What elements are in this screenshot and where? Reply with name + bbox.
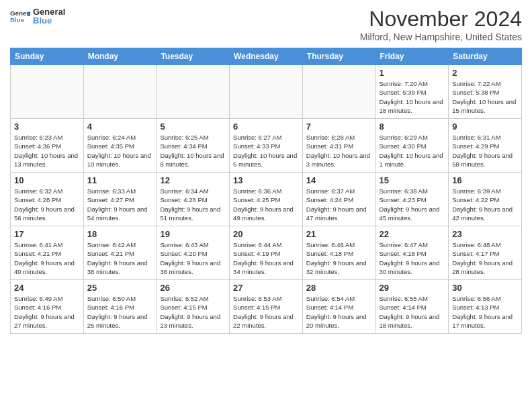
day-number: 22: [380, 229, 445, 239]
day-number: 15: [380, 175, 445, 185]
day-info: Sunrise: 6:54 AM Sunset: 4:14 PM Dayligh…: [306, 294, 372, 330]
day-info: Sunrise: 6:23 AM Sunset: 4:36 PM Dayligh…: [14, 133, 80, 169]
day-number: 23: [452, 229, 518, 239]
calendar-cell: [11, 65, 84, 119]
day-number: 19: [160, 229, 226, 239]
day-number: 21: [306, 229, 372, 239]
day-number: 24: [14, 283, 80, 293]
month-title: November 2024: [360, 7, 522, 32]
calendar-week-1: 3Sunrise: 6:23 AM Sunset: 4:36 PM Daylig…: [11, 119, 522, 173]
day-info: Sunrise: 6:52 AM Sunset: 4:15 PM Dayligh…: [160, 294, 226, 330]
day-number: 29: [380, 283, 445, 293]
calendar-cell: 29Sunrise: 6:55 AM Sunset: 4:14 PM Dayli…: [375, 280, 449, 334]
column-header-sunday: Sunday: [11, 48, 84, 65]
day-info: Sunrise: 6:53 AM Sunset: 4:15 PM Dayligh…: [233, 294, 299, 330]
calendar-cell: 11Sunrise: 6:33 AM Sunset: 4:27 PM Dayli…: [83, 173, 157, 226]
day-info: Sunrise: 6:56 AM Sunset: 4:13 PM Dayligh…: [452, 294, 518, 330]
calendar-cell: 4Sunrise: 6:24 AM Sunset: 4:35 PM Daylig…: [83, 119, 157, 173]
day-info: Sunrise: 6:50 AM Sunset: 4:16 PM Dayligh…: [87, 294, 153, 330]
title-block: November 2024 Milford, New Hampshire, Un…: [360, 7, 522, 42]
day-info: Sunrise: 6:33 AM Sunset: 4:27 PM Dayligh…: [87, 187, 153, 222]
column-header-tuesday: Tuesday: [157, 48, 230, 65]
calendar-cell: 7Sunrise: 6:28 AM Sunset: 4:31 PM Daylig…: [302, 119, 375, 173]
calendar-cell: [302, 65, 375, 119]
day-number: 13: [233, 175, 299, 185]
day-info: Sunrise: 6:32 AM Sunset: 4:28 PM Dayligh…: [14, 187, 80, 222]
day-number: 8: [380, 122, 445, 132]
day-info: Sunrise: 6:49 AM Sunset: 4:16 PM Dayligh…: [14, 294, 80, 330]
column-header-monday: Monday: [83, 48, 157, 65]
day-number: 4: [87, 122, 153, 132]
day-info: Sunrise: 7:20 AM Sunset: 5:39 PM Dayligh…: [380, 79, 445, 115]
calendar-week-2: 10Sunrise: 6:32 AM Sunset: 4:28 PM Dayli…: [11, 173, 522, 226]
calendar-cell: 22Sunrise: 6:47 AM Sunset: 4:18 PM Dayli…: [375, 226, 449, 280]
day-info: Sunrise: 6:44 AM Sunset: 4:19 PM Dayligh…: [233, 240, 299, 276]
calendar-cell: 13Sunrise: 6:36 AM Sunset: 4:25 PM Dayli…: [230, 173, 303, 226]
column-header-saturday: Saturday: [449, 48, 522, 65]
calendar-cell: 2Sunrise: 7:22 AM Sunset: 5:38 PM Daylig…: [449, 65, 522, 119]
day-info: Sunrise: 6:36 AM Sunset: 4:25 PM Dayligh…: [233, 187, 299, 222]
day-number: 27: [233, 283, 299, 293]
day-number: 9: [452, 122, 518, 132]
day-info: Sunrise: 6:46 AM Sunset: 4:18 PM Dayligh…: [306, 240, 372, 276]
logo-icon: General Blue: [10, 8, 30, 24]
column-header-wednesday: Wednesday: [230, 48, 303, 65]
page-header: General Blue General Blue November 2024 …: [10, 7, 522, 42]
calendar-cell: 27Sunrise: 6:53 AM Sunset: 4:15 PM Dayli…: [230, 280, 303, 334]
calendar-cell: 15Sunrise: 6:38 AM Sunset: 4:23 PM Dayli…: [375, 173, 449, 226]
day-number: 25: [87, 283, 153, 293]
day-number: 28: [306, 283, 372, 293]
day-info: Sunrise: 6:38 AM Sunset: 4:23 PM Dayligh…: [380, 187, 445, 222]
calendar-cell: 23Sunrise: 6:48 AM Sunset: 4:17 PM Dayli…: [449, 226, 522, 280]
logo-blue-text: Blue: [33, 15, 65, 26]
day-number: 14: [306, 175, 372, 185]
day-number: 30: [452, 283, 518, 293]
day-number: 12: [160, 175, 226, 185]
day-number: 16: [452, 175, 518, 185]
calendar-cell: 5Sunrise: 6:25 AM Sunset: 4:34 PM Daylig…: [157, 119, 230, 173]
calendar-week-3: 17Sunrise: 6:41 AM Sunset: 4:21 PM Dayli…: [11, 226, 522, 280]
calendar-cell: 16Sunrise: 6:39 AM Sunset: 4:22 PM Dayli…: [449, 173, 522, 226]
calendar-week-0: 1Sunrise: 7:20 AM Sunset: 5:39 PM Daylig…: [11, 65, 522, 119]
calendar-cell: 20Sunrise: 6:44 AM Sunset: 4:19 PM Dayli…: [230, 226, 303, 280]
day-info: Sunrise: 6:48 AM Sunset: 4:17 PM Dayligh…: [452, 240, 518, 276]
calendar-table: SundayMondayTuesdayWednesdayThursdayFrid…: [10, 48, 522, 334]
day-info: Sunrise: 6:55 AM Sunset: 4:14 PM Dayligh…: [380, 294, 445, 330]
calendar-cell: 18Sunrise: 6:42 AM Sunset: 4:21 PM Dayli…: [83, 226, 157, 280]
calendar-header-row: SundayMondayTuesdayWednesdayThursdayFrid…: [11, 48, 522, 65]
day-number: 7: [306, 122, 372, 132]
calendar-cell: 1Sunrise: 7:20 AM Sunset: 5:39 PM Daylig…: [375, 65, 449, 119]
calendar-cell: 19Sunrise: 6:43 AM Sunset: 4:20 PM Dayli…: [157, 226, 230, 280]
calendar-cell: [157, 65, 230, 119]
day-info: Sunrise: 6:34 AM Sunset: 4:26 PM Dayligh…: [160, 187, 226, 222]
day-info: Sunrise: 6:24 AM Sunset: 4:35 PM Dayligh…: [87, 133, 153, 169]
calendar-cell: 8Sunrise: 6:29 AM Sunset: 4:30 PM Daylig…: [375, 119, 449, 173]
day-info: Sunrise: 6:41 AM Sunset: 4:21 PM Dayligh…: [14, 240, 80, 276]
calendar-cell: 26Sunrise: 6:52 AM Sunset: 4:15 PM Dayli…: [157, 280, 230, 334]
location-text: Milford, New Hampshire, United States: [360, 32, 522, 42]
day-number: 20: [233, 229, 299, 239]
calendar-cell: 6Sunrise: 6:27 AM Sunset: 4:33 PM Daylig…: [230, 119, 303, 173]
column-header-thursday: Thursday: [302, 48, 375, 65]
day-number: 2: [452, 68, 518, 78]
calendar-cell: 17Sunrise: 6:41 AM Sunset: 4:21 PM Dayli…: [11, 226, 84, 280]
day-number: 26: [160, 283, 226, 293]
calendar-cell: 25Sunrise: 6:50 AM Sunset: 4:16 PM Dayli…: [83, 280, 157, 334]
day-number: 1: [380, 68, 445, 78]
column-header-friday: Friday: [375, 48, 449, 65]
calendar-cell: [230, 65, 303, 119]
day-info: Sunrise: 6:28 AM Sunset: 4:31 PM Dayligh…: [306, 133, 372, 169]
day-info: Sunrise: 7:22 AM Sunset: 5:38 PM Dayligh…: [452, 79, 518, 115]
day-info: Sunrise: 6:29 AM Sunset: 4:30 PM Dayligh…: [380, 133, 445, 169]
day-info: Sunrise: 6:27 AM Sunset: 4:33 PM Dayligh…: [233, 133, 299, 169]
calendar-cell: 14Sunrise: 6:37 AM Sunset: 4:24 PM Dayli…: [302, 173, 375, 226]
day-number: 3: [14, 122, 80, 132]
day-info: Sunrise: 6:47 AM Sunset: 4:18 PM Dayligh…: [380, 240, 445, 276]
day-info: Sunrise: 6:39 AM Sunset: 4:22 PM Dayligh…: [452, 187, 518, 222]
day-number: 11: [87, 175, 153, 185]
day-number: 18: [87, 229, 153, 239]
day-number: 10: [14, 175, 80, 185]
page-container: General Blue General Blue November 2024 …: [0, 0, 532, 340]
svg-text:Blue: Blue: [10, 16, 25, 24]
calendar-cell: 12Sunrise: 6:34 AM Sunset: 4:26 PM Dayli…: [157, 173, 230, 226]
